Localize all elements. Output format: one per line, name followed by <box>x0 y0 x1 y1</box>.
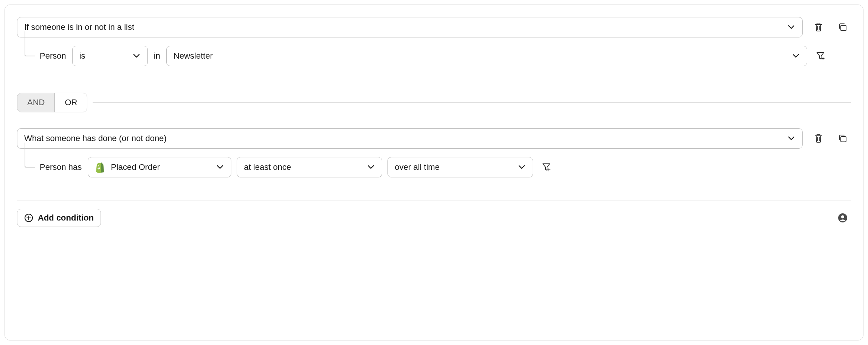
sub-prefix: Person <box>39 51 67 61</box>
membership-operator-label: is <box>79 51 85 61</box>
sub-prefix: Person has <box>39 162 82 172</box>
logic-option-and[interactable]: AND <box>17 93 55 112</box>
logic-option-or[interactable]: OR <box>55 93 87 112</box>
chevron-down-icon <box>787 23 795 31</box>
footer-divider <box>17 200 851 200</box>
trash-icon <box>814 22 823 33</box>
delete-condition-button[interactable] <box>810 19 827 36</box>
filter-plus-icon <box>816 51 826 61</box>
duplicate-condition-button[interactable] <box>834 130 851 147</box>
condition-2-subrow: Person has Placed Order at least once <box>39 157 851 177</box>
add-filter-button[interactable] <box>812 48 829 64</box>
add-condition-label: Add condition <box>38 213 94 223</box>
chevron-down-icon <box>132 52 141 60</box>
membership-operator-select[interactable]: is <box>72 46 148 66</box>
condition-type-select[interactable]: If someone is in or not in a list <box>17 17 803 37</box>
delete-condition-button[interactable] <box>810 130 827 147</box>
copy-icon <box>838 134 848 143</box>
logic-operator-toggle: AND OR <box>17 93 87 112</box>
frequency-label: at least once <box>244 162 291 172</box>
condition-2-header: What someone has done (or not done) <box>17 128 851 149</box>
frequency-select[interactable]: at least once <box>237 157 382 177</box>
timeframe-select[interactable]: over all time <box>388 157 533 177</box>
condition-type-label: What someone has done (or not done) <box>24 134 167 143</box>
condition-1-subrow: Person is in Newsletter <box>39 46 851 66</box>
logic-operator-row: AND OR <box>17 93 851 112</box>
metric-select[interactable]: Placed Order <box>88 157 231 177</box>
shopify-icon <box>95 162 105 173</box>
condition-type-label: If someone is in or not in a list <box>24 22 134 32</box>
chevron-down-icon <box>792 52 800 60</box>
chevron-down-icon <box>787 134 795 143</box>
list-select[interactable]: Newsletter <box>166 46 807 66</box>
chevron-down-icon <box>216 163 224 171</box>
chevron-down-icon <box>518 163 526 171</box>
list-select-label: Newsletter <box>174 51 213 61</box>
filter-plus-icon <box>542 162 552 172</box>
add-condition-button[interactable]: Add condition <box>17 209 101 227</box>
preview-audience-button[interactable] <box>834 210 851 226</box>
timeframe-label: over all time <box>395 162 440 172</box>
chevron-down-icon <box>367 163 375 171</box>
condition-1-header: If someone is in or not in a list <box>17 17 851 37</box>
segment-builder-card: If someone is in or not in a list Person <box>5 5 863 340</box>
trash-icon <box>814 133 823 144</box>
duplicate-condition-button[interactable] <box>834 19 851 36</box>
metric-label: Placed Order <box>111 162 160 172</box>
sub-joiner: in <box>153 51 161 61</box>
plus-circle-icon <box>24 213 33 222</box>
footer: Add condition <box>17 209 851 227</box>
condition-type-select[interactable]: What someone has done (or not done) <box>17 128 803 149</box>
logic-divider <box>93 102 851 103</box>
avatar-icon <box>838 213 848 223</box>
copy-icon <box>838 22 848 32</box>
add-filter-button[interactable] <box>538 159 555 176</box>
